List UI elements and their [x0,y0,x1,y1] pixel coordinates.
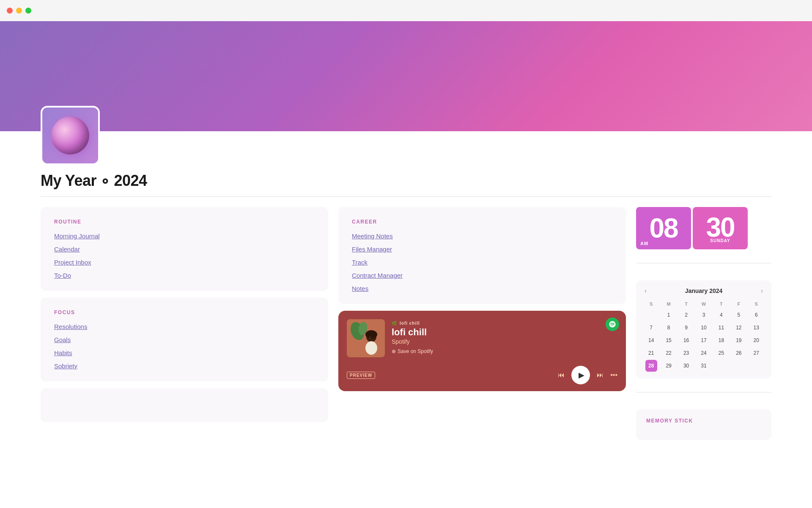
cal-header-tue: T [678,300,694,308]
clock-hours: 08 AM [636,207,691,249]
cal-day[interactable] [733,360,745,372]
memory-stick-card: MEMORY STICK [636,409,771,440]
cal-day[interactable]: 26 [733,347,745,359]
middle-column: CAREER Meeting Notes Files Manager Track… [338,207,626,440]
focus-links: Resolutions Goals Habits Sobriety [54,323,315,370]
calendar-grid: S M T W T F S 1 2 3 4 5 6 7 [643,300,765,372]
cal-day[interactable]: 29 [663,360,675,372]
cal-header-wed: W [695,300,712,308]
focus-card: FOCUS Resolutions Goals Habits Sobriety [41,298,328,381]
cal-day[interactable] [750,360,762,372]
cal-day[interactable]: 13 [750,322,762,334]
cal-day-today[interactable]: 28 [645,360,657,372]
minimize-button[interactable] [16,8,22,14]
avatar-orb [51,116,89,155]
cal-day[interactable]: 11 [715,322,727,334]
cal-header-mon: M [660,300,677,308]
cal-day[interactable]: 19 [733,334,745,346]
cal-day[interactable]: 8 [663,322,675,334]
spotify-controls: PREVIEW ⏮ ▶ ⏭ ••• [338,362,626,391]
focus-link-sobriety[interactable]: Sobriety [54,362,315,370]
spotify-track-name: lofi chill [392,327,617,337]
career-label: CAREER [352,219,612,225]
spotify-save[interactable]: ⊕ Save on Spotify [392,348,617,354]
right-column: 08 AM 30 SUNDAY ‹ January 2024 › [636,207,771,440]
cal-day[interactable]: 9 [680,322,692,334]
avatar-container [41,106,771,165]
cal-day[interactable]: 15 [663,334,675,346]
spotify-album-art [347,319,385,357]
cal-header-sun: S [643,300,659,308]
focus-link-resolutions[interactable]: Resolutions [54,323,315,330]
spotify-logo[interactable] [606,318,619,331]
cal-day[interactable]: 12 [733,322,745,334]
avatar [41,106,100,165]
routine-link-project-inbox[interactable]: Project Inbox [54,259,315,266]
routine-link-morning-journal[interactable]: Morning Journal [54,232,315,240]
page-title: My Year ∘ 2024 [41,172,771,190]
calendar-divider [636,392,771,392]
cal-day[interactable]: 21 [645,347,657,359]
cal-day[interactable]: 27 [750,347,762,359]
focus-label: FOCUS [54,309,315,315]
cal-day[interactable]: 23 [680,347,692,359]
cal-day[interactable]: 30 [680,360,692,372]
career-link-contract-manager[interactable]: Contract Manager [352,272,612,279]
cal-day[interactable]: 3 [698,309,710,321]
svg-point-5 [365,341,377,355]
career-link-notes[interactable]: Notes [352,285,612,292]
memory-stick-label: MEMORY STICK [646,418,761,424]
cal-day[interactable]: 17 [698,334,710,346]
cal-day[interactable]: 14 [645,334,657,346]
spotify-badge: 🌿 lofi chill [392,321,617,326]
cal-day[interactable]: 18 [715,334,727,346]
cal-header-fri: F [730,300,747,308]
next-button[interactable]: ⏭ [597,371,604,379]
cal-day[interactable]: 22 [663,347,675,359]
spotify-artist: Spotify [392,338,617,345]
career-link-meeting-notes[interactable]: Meeting Notes [352,232,612,240]
cal-header-thu: T [713,300,730,308]
career-links: Meeting Notes Files Manager Track Contra… [352,232,612,292]
career-link-files-manager[interactable]: Files Manager [352,246,612,253]
close-button[interactable] [7,8,13,14]
cal-day[interactable]: 7 [645,322,657,334]
cal-day[interactable]: 31 [698,360,710,372]
previous-button[interactable]: ⏮ [558,371,565,379]
spotify-info: 🌿 lofi chill lofi chill Spotify ⊕ Save o… [392,319,617,354]
cal-day[interactable]: 24 [698,347,710,359]
titlebar [0,0,812,21]
career-card: CAREER Meeting Notes Files Manager Track… [338,207,626,304]
cal-day[interactable]: 5 [733,309,745,321]
cal-day[interactable] [645,309,657,321]
focus-link-goals[interactable]: Goals [54,336,315,343]
cal-day[interactable]: 1 [663,309,675,321]
calendar-next-button[interactable]: › [759,287,765,295]
calendar-header: ‹ January 2024 › [643,287,765,295]
page-content: My Year ∘ 2024 ROUTINE Morning Journal C… [0,106,812,457]
lower-left-card [41,388,328,422]
svg-point-4 [365,330,377,339]
maximize-button[interactable] [25,8,31,14]
spotify-card: 🌿 lofi chill lofi chill Spotify ⊕ Save o… [338,311,626,391]
focus-link-habits[interactable]: Habits [54,349,315,356]
cal-day[interactable]: 25 [715,347,727,359]
clock-am: AM [640,241,648,246]
cal-day[interactable]: 10 [698,322,710,334]
cal-header-sat: S [748,300,765,308]
cal-day[interactable]: 20 [750,334,762,346]
career-link-track[interactable]: Track [352,259,612,266]
cal-day[interactable]: 4 [715,309,727,321]
cal-day[interactable]: 6 [750,309,762,321]
play-button[interactable]: ▶ [571,366,590,384]
cal-day[interactable]: 2 [680,309,692,321]
more-button[interactable]: ••• [610,371,617,379]
routine-label: ROUTINE [54,219,315,225]
routine-link-calendar[interactable]: Calendar [54,246,315,253]
calendar-prev-button[interactable]: ‹ [643,287,648,295]
cal-day[interactable] [715,360,727,372]
clock-widget: 08 AM 30 SUNDAY [636,207,771,249]
play-icon: ▶ [579,370,584,380]
cal-day[interactable]: 16 [680,334,692,346]
routine-link-todo[interactable]: To-Do [54,272,315,279]
